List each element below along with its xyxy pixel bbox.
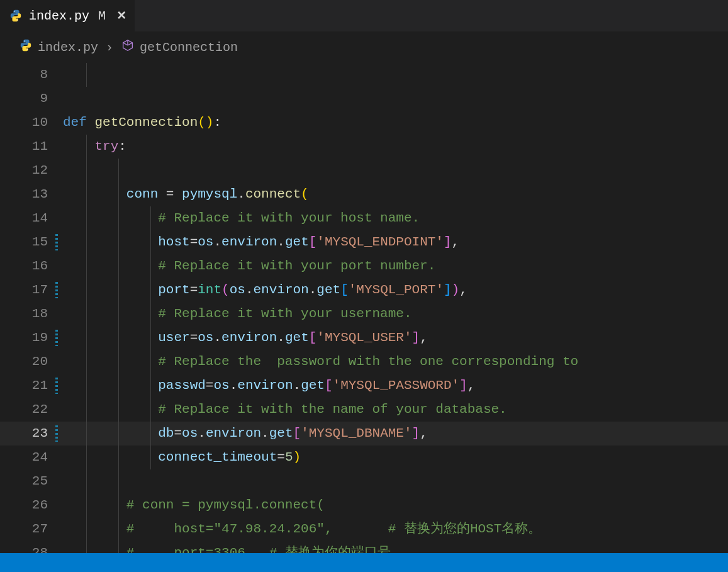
code-area[interactable]: def getConnection(): try: conn = pymysql… <box>63 63 728 553</box>
code-line[interactable]: # Replace it with your host name. <box>63 206 728 230</box>
indent-guide <box>86 469 87 493</box>
code-token: ) <box>293 450 301 464</box>
code-token: ] <box>412 330 420 345</box>
code-token: get <box>269 426 293 440</box>
code-token <box>63 426 158 440</box>
line-number: 18 <box>0 302 63 326</box>
code-token <box>63 283 158 297</box>
code-token: . <box>245 283 254 297</box>
code-token: os <box>198 330 213 345</box>
code-token <box>63 354 158 369</box>
line-number: 26 <box>0 493 63 517</box>
line-number: 20 <box>0 350 63 374</box>
code-line[interactable]: user=os.environ.get['MYSQL_USER'], <box>63 326 728 350</box>
code-line[interactable]: db=os.environ.get['MYSQL_DBNAME'], <box>63 422 728 446</box>
code-token: ] <box>459 378 468 393</box>
code-line[interactable] <box>63 63 728 87</box>
code-line[interactable]: def getConnection(): <box>63 111 728 135</box>
code-token: ] <box>444 235 452 249</box>
code-token <box>63 402 158 417</box>
code-token: 'MYSQL_PASSWORD' <box>333 378 460 393</box>
breadcrumb: index.py › getConnection <box>0 31 728 63</box>
line-number: 23 <box>0 422 63 446</box>
code-token: 'MYSQL_DBNAME' <box>301 426 412 440</box>
code-token: , <box>468 378 476 393</box>
breadcrumb-file[interactable]: index.py <box>19 38 98 56</box>
code-line[interactable]: passwd=os.environ.get['MYSQL_PASSWORD'], <box>63 374 728 398</box>
code-token: user <box>158 330 189 345</box>
line-number: 11 <box>0 135 63 159</box>
code-line[interactable] <box>63 159 728 182</box>
code-token: : <box>213 115 221 130</box>
code-line[interactable] <box>63 469 728 493</box>
code-token <box>63 378 158 393</box>
code-token: [ <box>340 283 349 297</box>
code-token: [ <box>293 426 301 440</box>
python-file-icon <box>9 9 23 23</box>
code-token: ) <box>452 283 460 297</box>
code-line[interactable]: host=os.environ.get['MYSQL_ENDPOINT'], <box>63 230 728 254</box>
indent-guide <box>86 159 87 182</box>
code-token: # Replace it with your username. <box>158 306 412 321</box>
line-number: 14 <box>0 206 63 230</box>
line-number: 21 <box>0 374 63 398</box>
line-number: 13 <box>0 182 63 206</box>
breadcrumb-symbol-label: getConnection <box>140 40 238 55</box>
code-line[interactable]: port=int(os.environ.get['MYSQL_PORT']), <box>63 278 728 302</box>
close-icon[interactable]: × <box>117 8 126 25</box>
line-number: 25 <box>0 469 63 493</box>
tab-modified-indicator: M <box>98 9 106 23</box>
code-token: get <box>301 378 325 393</box>
code-line[interactable]: # conn = pymysql.connect( <box>63 493 728 517</box>
code-editor[interactable]: 8910111213141516171819202122232425262728… <box>0 63 728 553</box>
code-token <box>63 211 158 225</box>
code-token: = <box>158 187 182 201</box>
code-token: = <box>190 283 198 297</box>
python-file-icon <box>19 38 33 56</box>
line-number: 22 <box>0 398 63 422</box>
code-token: = <box>206 378 214 393</box>
code-token: ( <box>301 187 309 201</box>
code-line[interactable]: conn = pymysql.connect( <box>63 182 728 206</box>
code-token: [ <box>325 378 333 393</box>
code-token: [ <box>309 235 317 249</box>
code-token: os <box>213 378 229 393</box>
line-number: 12 <box>0 159 63 182</box>
svg-point-2 <box>24 40 25 41</box>
code-token: db <box>158 426 174 440</box>
code-token: () <box>198 115 213 130</box>
code-line[interactable]: # Replace it with your username. <box>63 302 728 326</box>
line-number: 15 <box>0 230 63 254</box>
code-token: = <box>190 235 198 249</box>
indent-guide <box>86 63 87 87</box>
code-token: 'MYSQL_ENDPOINT' <box>316 235 444 249</box>
code-token: def <box>63 115 94 130</box>
code-token: get <box>285 330 309 345</box>
code-token <box>63 522 126 536</box>
code-line[interactable]: # host="47.98.24.206", # 替换为您的HOST名称。 <box>63 517 728 541</box>
code-line[interactable]: try: <box>63 135 728 159</box>
code-line[interactable]: # Replace it with the name of your datab… <box>63 398 728 422</box>
code-line[interactable]: # Replace the password with the one corr… <box>63 350 728 374</box>
code-token: get <box>316 283 340 297</box>
code-token: ( <box>221 283 230 297</box>
tab-index-py[interactable]: index.py M × <box>0 0 135 31</box>
line-number: 16 <box>0 254 63 278</box>
code-token <box>63 330 158 345</box>
line-number: 17 <box>0 278 63 302</box>
code-token: , <box>420 330 428 345</box>
code-line[interactable] <box>63 87 728 111</box>
line-number: 24 <box>0 446 63 469</box>
code-token: port <box>158 283 189 297</box>
code-line[interactable]: # Replace it with your port number. <box>63 254 728 278</box>
code-token: = <box>174 426 182 440</box>
breadcrumb-symbol[interactable]: getConnection <box>121 38 238 56</box>
code-line[interactable]: connect_timeout=5) <box>63 446 728 469</box>
code-token: , <box>420 426 428 440</box>
code-token: # Replace it with your host name. <box>158 211 420 225</box>
code-token: . <box>213 235 221 249</box>
code-token: : <box>118 139 126 154</box>
code-token: . <box>198 426 206 440</box>
code-token: environ <box>221 235 277 249</box>
code-token <box>63 306 158 321</box>
